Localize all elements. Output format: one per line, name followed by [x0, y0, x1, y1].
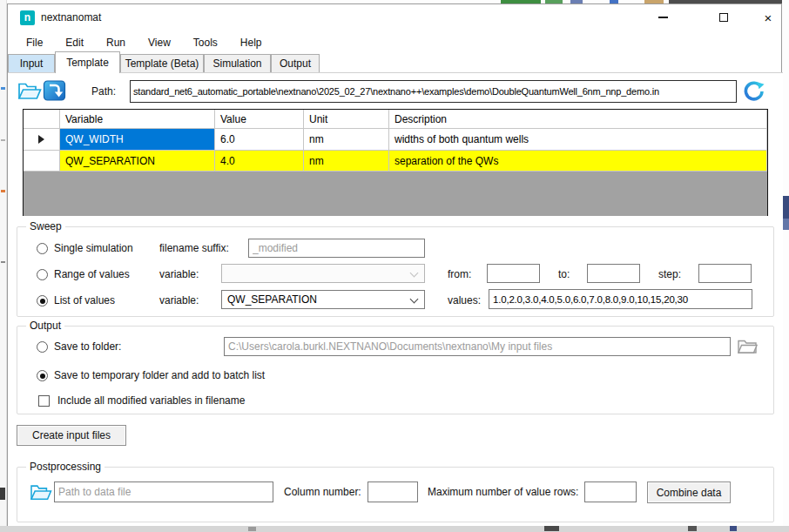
save-to-folder-label: Save to folder: — [54, 340, 121, 353]
max-rows-input[interactable] — [584, 481, 637, 502]
menu-bar: File Edit Run View Tools Help — [8, 32, 781, 53]
list-variable-value: QW_SEPARATION — [227, 293, 317, 306]
folder-icon — [737, 338, 758, 355]
cell-value[interactable]: 6.0 — [215, 129, 304, 151]
row-arrow-icon — [38, 135, 44, 144]
table-row: QW_WIDTH 6.0 nm widths of both quantum w… — [24, 129, 767, 151]
menu-tools[interactable]: Tools — [182, 34, 229, 51]
column-header-unit[interactable]: Unit — [304, 110, 389, 129]
postprocessing-group-title: Postprocessing — [26, 461, 105, 473]
app-window: n nextnanomat × File Edit Run View Tools… — [7, 3, 782, 526]
title-bar[interactable]: n nextnanomat × — [8, 4, 781, 30]
cell-variable[interactable]: QW_SEPARATION — [60, 151, 215, 172]
refresh-button[interactable] — [739, 78, 767, 104]
table-empty-area — [24, 172, 767, 216]
refresh-icon — [742, 80, 765, 103]
range-variable-dropdown[interactable] — [221, 264, 425, 283]
save-temp-folder-label: Save to temporary folder and add to batc… — [54, 369, 265, 381]
from-label: from: — [448, 268, 471, 280]
step-input[interactable] — [698, 264, 752, 283]
cell-description[interactable]: widths of both quantum wells — [389, 129, 767, 151]
import-arrow-icon — [43, 79, 66, 102]
close-icon: × — [765, 11, 772, 24]
range-of-values-label: Range of values — [54, 268, 130, 280]
template-tab-page: Path: Variable Value Unit Des — [8, 72, 783, 526]
menu-run[interactable]: Run — [95, 34, 137, 51]
create-input-files-button[interactable]: Create input files — [17, 425, 126, 446]
to-label: to: — [558, 268, 570, 280]
list-of-values-label: List of values — [54, 294, 115, 306]
cell-unit[interactable]: nm — [304, 151, 389, 172]
background-bottom-sliver — [0, 526, 789, 532]
combine-data-button[interactable]: Combine data — [647, 481, 731, 503]
current-row-indicator[interactable] — [24, 129, 60, 151]
reload-template-button[interactable] — [41, 78, 67, 103]
tab-simulation[interactable]: Simulation — [204, 54, 271, 72]
column-number-label: Column number: — [284, 486, 361, 498]
tab-template[interactable]: Template — [55, 51, 120, 73]
menu-edit[interactable]: Edit — [54, 34, 95, 51]
menu-view[interactable]: View — [137, 34, 182, 51]
table-header-row: Variable Value Unit Description — [24, 110, 767, 129]
column-header-value[interactable]: Value — [215, 110, 304, 129]
variables-table: Variable Value Unit Description QW_WIDTH… — [23, 109, 768, 216]
from-input[interactable] — [487, 264, 540, 283]
single-simulation-label: Single simulation — [54, 242, 133, 254]
tab-strip: Input Template Template (Beta) Simulatio… — [8, 51, 781, 73]
sweep-group-title: Sweep — [26, 220, 65, 232]
save-folder-path-input[interactable] — [224, 337, 731, 356]
output-group-title: Output — [26, 320, 64, 332]
path-input[interactable] — [130, 80, 737, 103]
open-folder-icon — [17, 80, 42, 101]
tab-template-beta[interactable]: Template (Beta) — [120, 54, 204, 72]
values-label: values: — [448, 294, 481, 306]
cell-value[interactable]: 4.0 — [215, 151, 304, 172]
browse-data-file-button[interactable] — [28, 480, 54, 504]
maximize-button[interactable] — [711, 8, 737, 27]
window-title: nextnanomat — [41, 11, 101, 24]
app-logo-icon: n — [20, 10, 35, 25]
column-header-description[interactable]: Description — [389, 110, 767, 129]
filename-suffix-label: filename suffix: — [159, 242, 229, 254]
column-number-input[interactable] — [368, 481, 418, 502]
column-header-variable[interactable]: Variable — [60, 110, 215, 129]
sweep-group: Sweep Single simulation filename suffix:… — [17, 226, 774, 317]
include-variables-checkbox[interactable] — [38, 395, 50, 407]
cell-description[interactable]: separation of the QWs — [389, 151, 767, 172]
list-variable-dropdown[interactable]: QW_SEPARATION — [221, 290, 425, 309]
menu-help[interactable]: Help — [229, 34, 273, 51]
cell-variable[interactable]: QW_WIDTH — [60, 129, 215, 151]
save-temp-folder-radio[interactable] — [37, 370, 48, 381]
single-simulation-radio[interactable] — [37, 243, 48, 254]
maximize-icon — [719, 13, 728, 22]
tab-input[interactable]: Input — [8, 54, 55, 72]
screen: n nextnanomat × File Edit Run View Tools… — [0, 0, 789, 532]
row-header-corner — [24, 110, 60, 129]
minimize-button[interactable] — [650, 8, 676, 27]
max-rows-label: Maximum number of value rows: — [428, 486, 578, 498]
include-variables-label: Include all modified variables in filena… — [57, 394, 245, 407]
menu-file[interactable]: File — [15, 34, 54, 51]
browse-folder-button[interactable] — [735, 336, 759, 357]
open-folder-icon — [30, 482, 52, 502]
chevron-down-icon — [410, 269, 419, 278]
cell-unit[interactable]: nm — [304, 129, 389, 151]
list-variable-label: variable: — [159, 294, 199, 306]
list-of-values-radio[interactable] — [37, 295, 48, 306]
tab-output[interactable]: Output — [271, 54, 320, 72]
table-row: QW_SEPARATION 4.0 nm separation of the Q… — [24, 151, 767, 172]
path-label: Path: — [91, 85, 116, 98]
chevron-down-icon — [410, 295, 419, 304]
range-of-values-radio[interactable] — [37, 269, 48, 280]
data-file-path-input[interactable] — [54, 481, 273, 502]
output-group: Output Save to folder: Save to temporary… — [17, 326, 774, 414]
filename-suffix-input[interactable] — [248, 239, 425, 258]
minimize-icon — [658, 17, 668, 18]
row-selector[interactable] — [24, 151, 60, 172]
values-input[interactable] — [489, 289, 752, 309]
to-input[interactable] — [587, 264, 640, 283]
save-to-folder-radio[interactable] — [37, 341, 48, 353]
range-variable-label: variable: — [159, 268, 199, 280]
open-template-button[interactable] — [17, 78, 43, 103]
close-button[interactable]: × — [755, 8, 781, 27]
